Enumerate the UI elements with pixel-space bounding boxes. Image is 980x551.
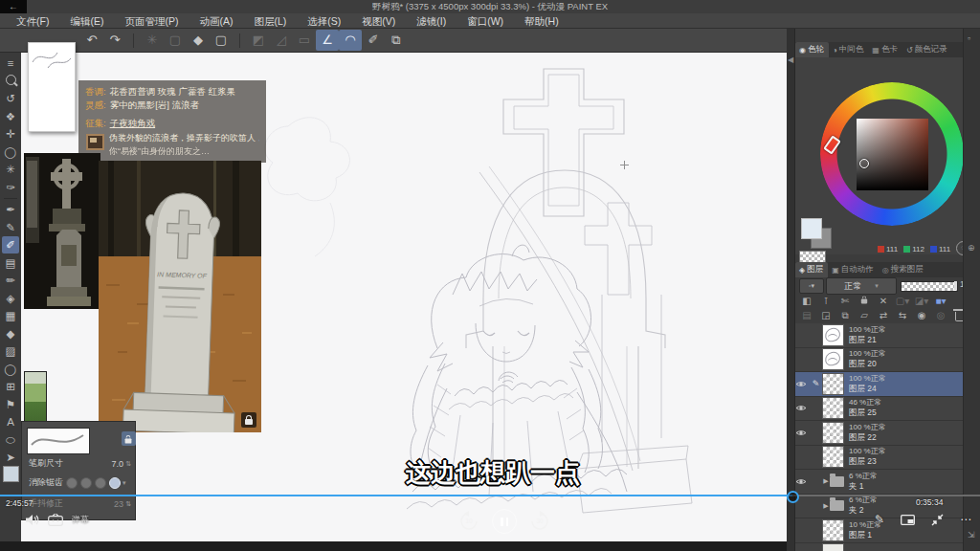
stabilizer-row[interactable]: 手抖修正 23 ⇅: [29, 497, 131, 510]
figure-tool[interactable]: ◯: [2, 361, 19, 378]
eyedropper-tool[interactable]: ✑: [2, 179, 19, 196]
airbrush-tool[interactable]: ✏: [2, 272, 19, 289]
antialias-medium[interactable]: [95, 477, 106, 489]
current-color-swatch[interactable]: [3, 466, 19, 482]
redo-icon[interactable]: ↷: [103, 30, 126, 51]
page-icon[interactable]: ⧉: [385, 30, 408, 51]
add-panel-icon[interactable]: ⊕: [968, 243, 975, 253]
menu-4[interactable]: 动画(A): [189, 13, 243, 29]
camera-icon[interactable]: ◎: [931, 309, 950, 322]
antialias-row[interactable]: 消除锯齿 ▾: [29, 476, 131, 489]
timeline-handle[interactable]: [787, 491, 799, 503]
decoration-tool[interactable]: ▤: [2, 254, 19, 272]
brush-size-row[interactable]: 笔刷尺寸 7.0 ⇅: [29, 457, 131, 470]
pencil-tool[interactable]: ✎: [2, 219, 19, 236]
text-tool[interactable]: A: [2, 413, 19, 430]
lock-layer-icon[interactable]: [855, 295, 874, 308]
menu-8[interactable]: 滤镜(I): [406, 13, 457, 29]
expand-icon[interactable]: ⇲: [968, 530, 975, 540]
new-layer-icon[interactable]: ◲: [816, 309, 835, 322]
menu-1[interactable]: 文件(F): [6, 13, 59, 29]
reference-thumbnails[interactable]: [24, 153, 100, 309]
snap-angle-icon[interactable]: ◿: [270, 30, 293, 51]
property-lock-button[interactable]: [122, 431, 136, 446]
danmaku-icon[interactable]: [48, 514, 63, 526]
layer-row-图层 23[interactable]: 100 %正常图层 23: [795, 446, 980, 471]
brush-size-stepper[interactable]: ⇅: [125, 460, 131, 468]
antialias-weak[interactable]: [80, 477, 92, 489]
rotate-tool[interactable]: ↺: [2, 90, 19, 107]
layers-tab-2[interactable]: ▣自动动作: [828, 262, 879, 277]
flow-tool[interactable]: ⚑: [2, 396, 19, 413]
reference-photo[interactable]: IN MEMORY OF: [99, 161, 261, 432]
color-tab-4[interactable]: ↺颜色记录: [902, 42, 952, 57]
snap-icon[interactable]: ◩: [247, 30, 270, 51]
curve-tool-icon[interactable]: ◠: [339, 30, 362, 51]
blend-tool[interactable]: ◈: [2, 290, 19, 307]
menu-3[interactable]: 页面管理(P): [114, 13, 189, 29]
crop-frame-icon[interactable]: ▢: [210, 30, 233, 51]
palette-color-icon[interactable]: ■▾: [931, 295, 950, 308]
line-tool-icon[interactable]: ∠: [316, 30, 339, 51]
video-timeline[interactable]: [0, 494, 980, 496]
gradient-tool[interactable]: ▨: [2, 342, 19, 360]
layers-tab-1[interactable]: ◈图层: [795, 262, 828, 277]
blend-mode-select[interactable]: 正常▾: [826, 277, 897, 295]
menu-6[interactable]: 选择(S): [297, 13, 351, 29]
frame-tool[interactable]: ⊞: [2, 378, 19, 395]
rewind-button[interactable]: 10: [458, 511, 479, 532]
color-tab-3[interactable]: ▦色卡: [868, 42, 902, 57]
color-tab-2[interactable]: ◑中间色: [829, 42, 868, 57]
layer-row-图层 25[interactable]: 46 %正常图层 25: [795, 397, 980, 422]
pen-pressure-icon[interactable]: ✐: [362, 30, 385, 51]
opacity-slider[interactable]: [901, 281, 958, 292]
balloon-tool[interactable]: ⬭: [2, 431, 19, 449]
layer-visibility-icon[interactable]: [795, 404, 810, 412]
menu-10[interactable]: 帮助(H): [514, 13, 569, 29]
pause-button[interactable]: [492, 509, 517, 534]
layer-row-图层 22[interactable]: 100 %正常图层 22: [795, 421, 980, 446]
layer-row-图层 24[interactable]: ✎100 %正常图层 24: [795, 372, 980, 397]
panel-tile-icon[interactable]: ▫: [968, 33, 970, 43]
clip-mask-icon[interactable]: ◧: [797, 295, 816, 308]
layer-row-paper[interactable]: [795, 543, 980, 551]
annotate-icon[interactable]: ✎: [875, 513, 884, 526]
layer-visibility-icon[interactable]: [795, 477, 810, 486]
navigator-panel[interactable]: [28, 42, 76, 132]
lock-pixel-icon[interactable]: ✕: [874, 295, 893, 308]
panel-divider[interactable]: ◀: [787, 29, 794, 551]
layer-row-夹 1[interactable]: ▶6 %正常夹 1: [795, 470, 980, 495]
antialias-caret[interactable]: ▾: [122, 479, 126, 487]
object-tool[interactable]: ❖: [2, 108, 19, 125]
brush-tool[interactable]: ✐: [2, 236, 19, 253]
antialias-none[interactable]: [66, 477, 78, 489]
settings-icon[interactable]: ✳: [141, 30, 164, 51]
sv-marker[interactable]: [859, 159, 869, 168]
color-tab-1[interactable]: ◉色轮: [795, 42, 829, 57]
layer-visibility-icon[interactable]: [795, 380, 810, 388]
brush-size-value[interactable]: 7.0: [112, 459, 124, 469]
pen-tool[interactable]: ✒: [2, 201, 19, 218]
zoom-tool[interactable]: [2, 73, 19, 90]
layer-visibility-icon[interactable]: [795, 429, 810, 437]
layer-menu-icon[interactable]: ▤: [797, 309, 816, 322]
saturation-value-square[interactable]: [857, 119, 928, 190]
bucket-tool[interactable]: ◆: [2, 325, 19, 342]
folder-expand-icon[interactable]: ▶: [822, 477, 830, 485]
transfer-down-icon[interactable]: ⇄: [874, 309, 893, 322]
layer-row-图层 20[interactable]: 100 %正常图层 20: [795, 348, 980, 373]
menu-2[interactable]: 编辑(E): [59, 13, 114, 29]
menu-7[interactable]: 视图(V): [351, 13, 406, 29]
menu-5[interactable]: 图层(L): [243, 13, 297, 29]
move-tool[interactable]: ✛: [2, 125, 19, 143]
new-layer2-icon[interactable]: ⧉: [835, 309, 855, 322]
undo-icon[interactable]: ↶: [80, 30, 103, 51]
ruler-menu-icon[interactable]: ▢▾: [893, 295, 912, 308]
shrink-icon[interactable]: [931, 514, 944, 526]
fill-icon[interactable]: ◆: [187, 30, 210, 51]
antialias-strong[interactable]: [109, 477, 121, 489]
main-color-swatch[interactable]: [801, 218, 822, 239]
layer-mask-icon[interactable]: ◉: [912, 309, 931, 322]
snap-rect-icon[interactable]: ▭: [293, 30, 316, 51]
tool-menu-icon[interactable]: ≡: [2, 55, 19, 72]
